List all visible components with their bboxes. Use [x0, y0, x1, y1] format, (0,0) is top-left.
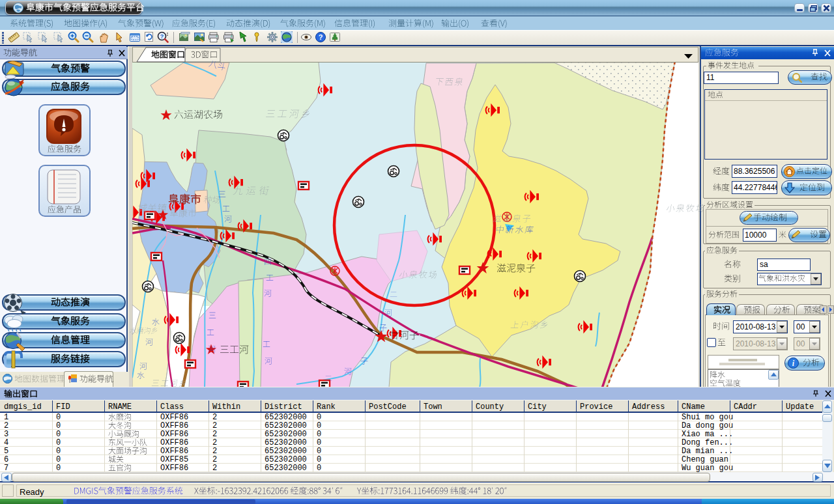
- svg-text:?: ?: [319, 33, 323, 41]
- svg-text:?: ?: [160, 33, 164, 40]
